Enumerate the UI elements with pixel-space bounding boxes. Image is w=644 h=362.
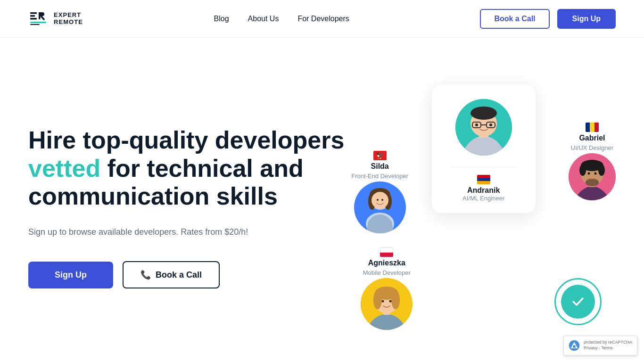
gabriel-name: Gabriel bbox=[579, 134, 605, 142]
logo[interactable]: EXPERT REMOTE bbox=[28, 8, 83, 29]
svg-point-19 bbox=[471, 107, 497, 120]
center-white-card: Andranik AI/ML Engineer bbox=[432, 85, 536, 213]
center-avatar-svg bbox=[455, 99, 512, 156]
svg-rect-2 bbox=[30, 15, 35, 17]
andranik-section: Andranik AI/ML Engineer bbox=[451, 167, 517, 202]
silda-avatar bbox=[354, 181, 406, 233]
hero-sign-up-button[interactable]: Sign Up bbox=[28, 262, 113, 288]
nav-blog[interactable]: Blog bbox=[214, 15, 229, 23]
center-avatar bbox=[455, 99, 512, 156]
svg-rect-3 bbox=[30, 18, 37, 20]
nav-book-call-button[interactable]: Book a Call bbox=[480, 9, 549, 29]
hero-cta: Sign Up 📞 Book a Call bbox=[28, 261, 351, 288]
silda-name: Silda bbox=[371, 162, 389, 171]
hero-title: Hire top-quality developers vetted for t… bbox=[28, 126, 351, 211]
svg-point-15 bbox=[381, 199, 383, 201]
nav-links: Blog About Us For Developers bbox=[214, 15, 349, 23]
silda-avatar-svg bbox=[354, 181, 406, 233]
recaptcha-line2: Privacy - Terms bbox=[584, 346, 632, 351]
svg-point-40 bbox=[382, 300, 384, 303]
svg-point-43 bbox=[573, 345, 576, 348]
navbar: EXPERT REMOTE Blog About Us For Develope… bbox=[0, 0, 644, 38]
agnieszka-avatar-svg bbox=[361, 278, 413, 330]
dev-card-agnieszka: Agnieszka Mobile Developer bbox=[361, 247, 413, 330]
dev-card-gabriel: Gabriel UI/UX Designer bbox=[569, 123, 616, 200]
flag-armenia bbox=[477, 175, 490, 184]
flag-albania: 🦅 bbox=[373, 151, 387, 160]
nav-about[interactable]: About Us bbox=[248, 15, 279, 23]
checkmark-icon bbox=[570, 293, 586, 310]
flag-romania bbox=[586, 123, 599, 132]
svg-point-23 bbox=[475, 123, 478, 126]
svg-point-39 bbox=[391, 290, 400, 309]
agnieszka-avatar bbox=[361, 278, 413, 330]
recaptcha-text: protected by reCAPTCHA Privacy - Terms bbox=[584, 340, 632, 351]
nav-for-developers[interactable]: For Developers bbox=[297, 15, 349, 23]
svg-rect-1 bbox=[30, 12, 37, 14]
recaptcha-logo-icon bbox=[569, 340, 580, 351]
phone-icon: 📞 bbox=[140, 270, 151, 280]
hero-title-highlight: vetted bbox=[28, 155, 100, 182]
silda-role: Front-End Developer bbox=[351, 173, 408, 180]
agnieszka-role: Mobile Developer bbox=[363, 269, 411, 276]
gabriel-role: UI/UX Designer bbox=[571, 144, 613, 151]
agnieszka-name: Agnieszka bbox=[368, 259, 405, 267]
flag-poland bbox=[380, 247, 393, 257]
checkmark-circle bbox=[554, 278, 602, 325]
recaptcha-line1: protected by reCAPTCHA bbox=[584, 340, 632, 346]
svg-point-24 bbox=[489, 123, 492, 126]
svg-point-32 bbox=[587, 173, 590, 175]
svg-point-14 bbox=[377, 199, 379, 201]
checkmark-inner bbox=[561, 285, 595, 319]
logo-text: EXPERT REMOTE bbox=[54, 12, 83, 25]
hero-section: Hire top-quality developers vetted for t… bbox=[0, 38, 644, 349]
hero-title-part1: Hire top-quality developers bbox=[28, 126, 344, 154]
svg-point-41 bbox=[389, 300, 392, 303]
svg-point-13 bbox=[372, 192, 388, 209]
nav-actions: Book a Call Sign Up bbox=[480, 9, 616, 29]
logo-icon bbox=[28, 8, 49, 29]
andranik-role: AI/ML Engineer bbox=[462, 195, 504, 202]
recaptcha-badge: protected by reCAPTCHA Privacy - Terms bbox=[563, 336, 637, 355]
logo-expert: EXPERT bbox=[54, 12, 83, 18]
hero-book-call-button[interactable]: 📞 Book a Call bbox=[123, 261, 220, 288]
andranik-name: Andranik bbox=[467, 186, 500, 195]
svg-point-29 bbox=[579, 165, 586, 176]
svg-rect-6 bbox=[30, 22, 46, 23]
logo-remote: REMOTE bbox=[54, 19, 83, 25]
gabriel-avatar-svg bbox=[569, 153, 616, 200]
hero-subtitle: Sign up to browse available developers. … bbox=[28, 226, 351, 239]
svg-point-38 bbox=[373, 290, 382, 309]
hero-left: Hire top-quality developers vetted for t… bbox=[28, 117, 351, 288]
svg-point-33 bbox=[594, 173, 596, 175]
hero-right: 🦅 Silda Front-End Developer bbox=[351, 71, 616, 335]
gabriel-avatar bbox=[569, 153, 616, 200]
dev-card-silda: 🦅 Silda Front-End Developer bbox=[351, 151, 408, 233]
svg-rect-7 bbox=[30, 24, 40, 25]
svg-point-30 bbox=[598, 165, 605, 176]
hero-book-call-label: Book a Call bbox=[156, 270, 202, 280]
nav-sign-up-button[interactable]: Sign Up bbox=[557, 9, 616, 29]
